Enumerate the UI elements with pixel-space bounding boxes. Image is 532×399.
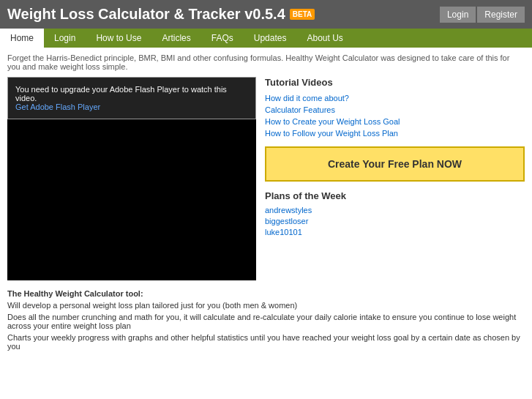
bottom-feature: Charts your weekly progress with graphs … xyxy=(7,333,525,351)
bottom-features: Will develop a personal weight loss plan… xyxy=(7,301,525,351)
nav-item-about-us[interactable]: About Us xyxy=(296,29,353,48)
intro-text: Forget the Harris-Benedict principle, BM… xyxy=(7,53,525,71)
register-button[interactable]: Register xyxy=(477,7,525,23)
nav-item-home[interactable]: Home xyxy=(0,29,44,48)
site-title: Weight Loss Calculator & Tracker v0.5.4 xyxy=(7,6,285,23)
plan-link-biggestloser[interactable]: biggestloser xyxy=(265,217,525,225)
tutorial-title: Tutorial Videos xyxy=(265,77,525,88)
tutorial-link[interactable]: Calculator Features xyxy=(265,105,525,114)
nav-item-articles[interactable]: Articles xyxy=(151,29,201,48)
flash-player-link[interactable]: Get Adobe Flash Player xyxy=(15,102,100,111)
bottom-title: The Healthy Weight Calculator tool: xyxy=(7,289,525,298)
tutorial-link[interactable]: How to Follow your Weight Loss Plan xyxy=(265,129,525,138)
sidebar: Tutorial Videos How did it come about?Ca… xyxy=(265,77,525,239)
bottom-feature: Does all the number crunching and math f… xyxy=(7,313,525,330)
plan-link-luke10101[interactable]: luke10101 xyxy=(265,228,525,236)
tutorial-link[interactable]: How did it come about? xyxy=(265,94,525,102)
beta-badge: BETA xyxy=(290,9,315,20)
cta-box[interactable]: Create Your Free Plan NOW xyxy=(265,146,525,182)
tutorial-link[interactable]: How to Create your Weight Loss Goal xyxy=(265,117,525,126)
header-buttons: Login Register xyxy=(440,7,525,23)
content-area: You need to upgrade your Adobe Flash Pla… xyxy=(7,77,525,280)
main-content: Forget the Harris-Benedict principle, BM… xyxy=(0,48,532,359)
nav-item-updates[interactable]: Updates xyxy=(244,29,297,48)
login-button[interactable]: Login xyxy=(440,7,476,23)
flash-notice: You need to upgrade your Adobe Flash Pla… xyxy=(7,77,256,119)
bottom-text: The Healthy Weight Calculator tool: Will… xyxy=(7,289,525,351)
bottom-feature: Will develop a personal weight loss plan… xyxy=(7,301,525,310)
plan-link-andrewstyles[interactable]: andrewstyles xyxy=(265,206,525,215)
flash-notice-text: You need to upgrade your Adobe Flash Pla… xyxy=(15,85,227,102)
nav-item-faqs[interactable]: FAQs xyxy=(201,29,244,48)
header: Weight Loss Calculator & Tracker v0.5.4 … xyxy=(0,0,532,29)
nav-item-how-to-use[interactable]: How to Use xyxy=(86,29,151,48)
video-container: You need to upgrade your Adobe Flash Pla… xyxy=(7,77,256,280)
cta-text: Create Your Free Plan NOW xyxy=(328,158,462,170)
main-nav: HomeLoginHow to UseArticlesFAQsUpdatesAb… xyxy=(0,29,532,48)
plan-links: andrewstylesbiggestloserluke10101 xyxy=(265,206,525,236)
plans-title: Plans of the Week xyxy=(265,190,525,201)
tutorial-links: How did it come about?Calculator Feature… xyxy=(265,94,525,138)
video-placeholder xyxy=(7,119,256,280)
nav-item-login[interactable]: Login xyxy=(44,29,86,48)
